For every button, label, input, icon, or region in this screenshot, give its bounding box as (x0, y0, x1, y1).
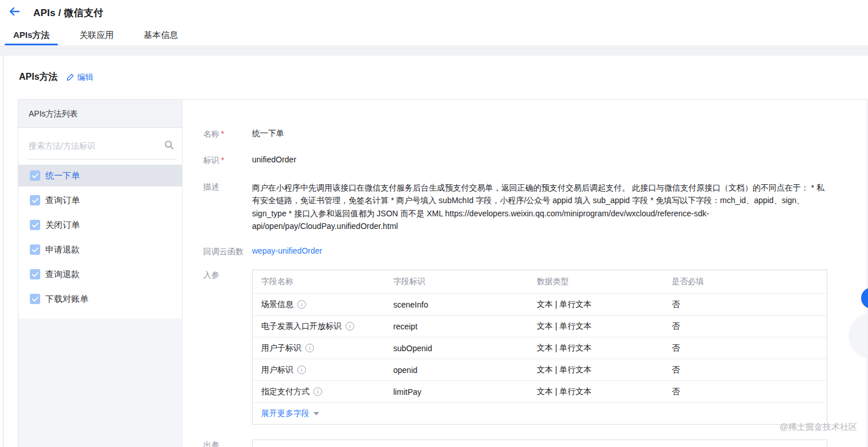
search-input[interactable]: 搜索方法/方法标识 (28, 128, 176, 160)
method-item-label: 查询退款 (45, 269, 80, 280)
tab-basic-info[interactable]: 基本信息 (135, 25, 187, 45)
checkbox-checked-icon[interactable] (30, 244, 40, 255)
back-button[interactable] (6, 4, 23, 21)
method-item-download-bill[interactable]: 下载对账单 (18, 288, 182, 310)
table-row: 电子发票入口开放标识i receipt 文本 | 单行文本 否 (253, 315, 827, 337)
field-name: 指定支付方式 (261, 387, 309, 397)
table-row: 指定支付方式i limitPay 文本 | 单行文本 否 (253, 380, 827, 402)
input-params-label: 入参 (203, 270, 252, 425)
method-item-query-refund[interactable]: 查询退款 (18, 263, 182, 285)
method-item-label: 下载对账单 (45, 294, 88, 305)
callback-field-row: 回调云函数 wepay-unifiedOrder (203, 246, 867, 257)
checkbox-checked-icon[interactable] (30, 294, 40, 304)
content-card: APIs方法 编辑 APIs方法列表 搜索方法/方法标识 (3, 56, 868, 447)
id-value: unifiedOrder (252, 155, 296, 166)
tab-linked-apps[interactable]: 关联应用 (71, 25, 122, 45)
col-header-data-type: 数据类型 (537, 277, 672, 287)
field-name: 用户标识 (261, 365, 293, 375)
field-required: 否 (672, 300, 827, 310)
id-field-row: 标识* unifiedOrder (203, 155, 867, 166)
checkbox-checked-icon[interactable] (30, 220, 40, 230)
name-value: 统一下单 (252, 129, 284, 139)
method-list: 统一下单 查询订单 关闭订单 申请退款 (18, 160, 182, 310)
edit-button[interactable]: 编辑 (66, 72, 94, 83)
field-type: 文本 | 单行文本 (537, 365, 672, 375)
field-id: openid (393, 366, 537, 375)
description-value: 商户在小程序中先调用该接口在微信支付服务后台生成预支付交易单，返回正确的预支付交… (252, 181, 831, 232)
col-header-field-id: 字段标识 (393, 277, 537, 287)
callback-label: 回调云函数 (203, 246, 252, 257)
arrow-left-icon (9, 7, 20, 18)
method-detail: 名称* 统一下单 标识* unifiedOrder 描述 商户在小程序中先调用该… (183, 100, 867, 447)
info-icon[interactable]: i (297, 300, 306, 309)
info-icon[interactable]: i (313, 387, 322, 396)
tab-apis-methods[interactable]: APIs方法 (5, 25, 58, 45)
required-mark: * (221, 156, 224, 165)
info-icon[interactable]: i (305, 344, 314, 352)
table-header-row: 字段名称 字段标识 数据类型 是否必填 (253, 270, 827, 293)
method-item-query-order[interactable]: 查询订单 (18, 189, 182, 211)
description-label: 描述 (203, 181, 252, 232)
field-id: sceneInfo (393, 300, 537, 309)
id-label: 标识* (203, 155, 252, 166)
field-name: 电子发票入口开放标识 (261, 321, 342, 332)
table-row: 场景信息i sceneInfo 文本 | 单行文本 否 (253, 293, 827, 315)
breadcrumb: APIs / 微信支付 (33, 6, 103, 20)
callback-function-link[interactable]: wepay-unifiedOrder (252, 246, 322, 257)
output-params-table (252, 440, 827, 447)
methods-panel: APIs方法列表 搜索方法/方法标识 统一下单 (18, 99, 867, 447)
checkbox-checked-icon[interactable] (30, 195, 40, 205)
search-placeholder: 搜索方法/方法标识 (29, 141, 95, 151)
field-type: 文本 | 单行文本 (537, 343, 672, 353)
edit-label: 编辑 (78, 72, 94, 83)
field-required: 否 (672, 321, 827, 332)
method-item-unified-order[interactable]: 统一下单 (18, 165, 182, 186)
output-params-row: 出参 (203, 440, 867, 447)
table-row: 用户标识i openid 文本 | 单行文本 否 (253, 359, 827, 380)
field-name: 场景信息 (261, 300, 293, 310)
method-item-label: 关闭订单 (45, 220, 80, 231)
field-type: 文本 | 单行文本 (537, 300, 672, 310)
checkbox-checked-icon[interactable] (30, 269, 40, 279)
info-icon[interactable]: i (346, 322, 354, 331)
table-row: 用户子标识i subOpenid 文本 | 单行文本 否 (253, 337, 827, 359)
method-item-close-order[interactable]: 关闭订单 (18, 214, 182, 236)
required-mark: * (221, 129, 224, 138)
input-params-row: 入参 字段名称 字段标识 数据类型 是否必填 场景信息i sceneInfo 文… (203, 270, 867, 425)
expand-label: 展开更多字段 (261, 409, 309, 419)
field-id: receipt (393, 322, 537, 331)
info-icon[interactable]: i (297, 366, 306, 374)
top-header: APIs / 微信支付 (0, 0, 868, 25)
description-field-row: 描述 商户在小程序中先调用该接口在微信支付服务后台生成预支付交易单，返回正确的预… (203, 181, 867, 232)
methods-sidebar: APIs方法列表 搜索方法/方法标识 统一下单 (18, 100, 183, 447)
field-type: 文本 | 单行文本 (537, 387, 672, 397)
field-id: subOpenid (393, 344, 537, 353)
method-item-label: 申请退款 (45, 244, 80, 255)
expand-more-fields-link[interactable]: 展开更多字段 (253, 402, 827, 424)
tab-bar: APIs方法 关联应用 基本信息 (0, 25, 868, 45)
output-params-label: 出参 (203, 440, 252, 447)
name-field-row: 名称* 统一下单 (203, 129, 867, 139)
field-required: 否 (672, 343, 827, 353)
input-params-table: 字段名称 字段标识 数据类型 是否必填 场景信息i sceneInfo 文本 |… (252, 270, 827, 425)
field-id: limitPay (393, 387, 537, 397)
method-item-label: 查询订单 (45, 195, 80, 206)
name-label: 名称* (203, 129, 252, 139)
checkbox-checked-icon[interactable] (30, 170, 40, 181)
col-header-field-name: 字段名称 (253, 277, 393, 287)
field-name: 用户子标识 (261, 343, 301, 353)
method-item-apply-refund[interactable]: 申请退款 (18, 239, 182, 261)
field-required: 否 (672, 387, 827, 397)
sidebar-list-area: 搜索方法/方法标识 统一下单 查询订单 (18, 128, 182, 318)
search-icon[interactable] (164, 140, 174, 152)
page-title: APIs方法 (19, 71, 58, 83)
col-header-required: 是否必填 (672, 277, 827, 287)
page: APIs / 微信支付 APIs方法 关联应用 基本信息 APIs方法 编辑 A… (0, 0, 868, 447)
sidebar-title: APIs方法列表 (18, 100, 182, 128)
pencil-icon (66, 73, 75, 81)
field-required: 否 (672, 365, 827, 375)
chevron-down-icon (313, 412, 319, 415)
field-type: 文本 | 单行文本 (537, 321, 672, 332)
method-item-label: 统一下单 (45, 170, 80, 181)
page-background-strip (0, 45, 868, 56)
